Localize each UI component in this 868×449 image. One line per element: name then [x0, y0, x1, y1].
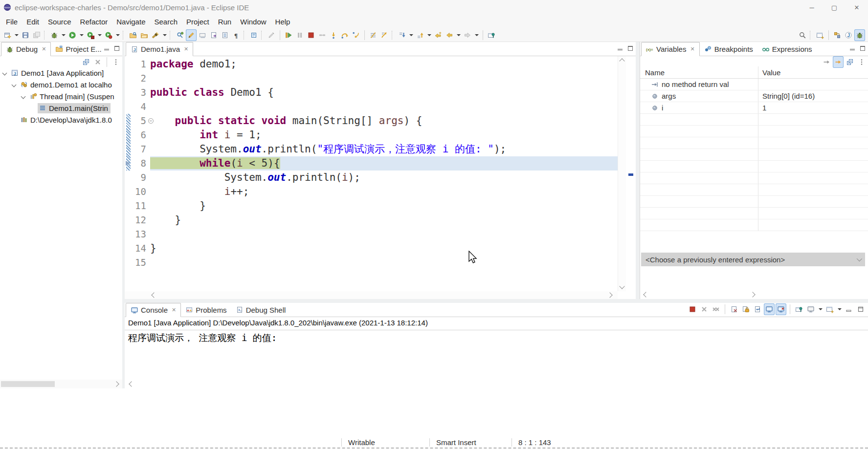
tab-project-e[interactable]: Project E...	[51, 42, 106, 56]
terminate-red-button[interactable]	[687, 303, 698, 315]
editor-hscrollbar[interactable]	[125, 291, 618, 299]
save-button[interactable]	[20, 29, 31, 41]
code-line-11[interactable]: }	[150, 199, 618, 213]
maximize-view-icon[interactable]	[860, 46, 865, 51]
min-view-button[interactable]	[844, 303, 854, 315]
code-line-4[interactable]	[150, 100, 618, 114]
dropdown-caret-icon[interactable]	[114, 29, 121, 41]
scroll-lock-button[interactable]	[740, 303, 751, 315]
editor-code-area[interactable]: package demo1; public class Demo1 { publ…	[150, 57, 618, 270]
run-tool-button[interactable]	[103, 29, 114, 41]
save-all-button[interactable]	[31, 29, 42, 41]
close-tab-icon[interactable]: ✕	[184, 46, 188, 52]
dropdown-caret-icon[interactable]	[408, 29, 414, 41]
dropdown-caret-icon[interactable]	[473, 29, 480, 41]
scroll-right-icon[interactable]	[750, 292, 755, 297]
code-line-5[interactable]: public static void main(String[] args) {	[150, 114, 618, 128]
close-tab-icon[interactable]: ✕	[690, 46, 694, 52]
show-type-names-button[interactable]	[821, 56, 832, 68]
column-header-value[interactable]: Value	[758, 68, 868, 77]
variable-row[interactable]: i1	[640, 102, 868, 114]
scroll-up-icon[interactable]	[619, 58, 624, 64]
xx-gray-button[interactable]	[711, 303, 721, 315]
bug-button[interactable]	[49, 29, 60, 41]
code-line-8[interactable]: while(i < 5){	[150, 156, 618, 171]
scroll-right-icon[interactable]	[607, 292, 612, 298]
menu-window[interactable]: Window	[236, 16, 270, 28]
x-gray-button[interactable]	[699, 303, 710, 315]
tree-item-content[interactable]: D:\Develop\Java\jdk1.8.0	[19, 115, 114, 125]
max-view-button[interactable]	[855, 303, 866, 315]
debug-view-hscrollbar[interactable]	[0, 380, 122, 388]
prev-annotation-button[interactable]	[415, 29, 425, 41]
console-output[interactable]: 程序调试演示， 注意观察 i 的值:	[128, 332, 868, 344]
code-line-10[interactable]: i++;	[150, 185, 618, 199]
breadcrumb-button[interactable]	[197, 29, 208, 41]
maximize-view-icon[interactable]	[114, 46, 119, 51]
tree-item-content[interactable]: Thread [main] (Suspen	[28, 91, 117, 102]
tree-item[interactable]: D:\Develop\Java\jdk1.8.0	[0, 114, 122, 126]
collapse-all-button[interactable]	[845, 56, 855, 68]
minimize-view-icon[interactable]	[850, 46, 855, 50]
remove-terminated-button[interactable]	[92, 56, 103, 68]
tree-item[interactable]: demo1.Demo1 at localho	[0, 79, 122, 90]
dropdown-caret-icon[interactable]	[426, 29, 432, 41]
tab-debug[interactable]: Debug✕	[1, 42, 51, 56]
menu-run[interactable]: Run	[214, 16, 236, 28]
search-button[interactable]	[797, 29, 808, 41]
dropdown-caret-icon[interactable]	[13, 29, 20, 41]
javaee-persp-button[interactable]	[832, 29, 843, 41]
stderr-monitor-button[interactable]	[776, 303, 786, 315]
tab-console[interactable]: Console✕	[126, 303, 181, 317]
console-hscrollbar[interactable]	[125, 380, 868, 388]
back-button[interactable]	[444, 29, 455, 41]
open-perspective-button[interactable]	[815, 29, 825, 41]
editor-annotation-ruler[interactable]	[125, 56, 132, 291]
editor-vscrollbar[interactable]	[618, 56, 626, 291]
tab-problems[interactable]: Problems	[181, 303, 231, 317]
run-button[interactable]	[67, 29, 78, 41]
forward-button[interactable]	[462, 29, 473, 41]
step-into-button[interactable]	[328, 29, 339, 41]
tree-item-content[interactable]: demo1.Demo1 at localho	[19, 80, 114, 90]
maximize-button[interactable]: ▢	[823, 0, 846, 15]
open-console-button[interactable]	[824, 303, 835, 315]
dropdown-caret-icon[interactable]	[60, 29, 67, 41]
expression-combo[interactable]: <Choose a previously entered expression>	[641, 253, 865, 266]
menu-source[interactable]: Source	[44, 16, 76, 28]
last-edit-location-button[interactable]	[433, 29, 444, 41]
expander-icon[interactable]	[21, 94, 26, 99]
menu-refactor[interactable]: Refactor	[76, 16, 112, 28]
mark-occurrences-button[interactable]	[186, 29, 197, 41]
menu-edit[interactable]: Edit	[22, 16, 44, 28]
minimize-view-icon[interactable]	[104, 46, 109, 50]
display-console-button[interactable]	[805, 303, 816, 315]
step-over-button[interactable]	[339, 29, 350, 41]
expander-icon[interactable]	[12, 82, 17, 87]
column-header-name[interactable]: Name	[640, 66, 758, 78]
collapse-all-button[interactable]	[81, 56, 91, 68]
dropdown-caret-icon[interactable]	[161, 29, 168, 41]
code-line-13[interactable]	[150, 227, 618, 241]
tab-breakpoints[interactable]: Breakpoints	[700, 42, 757, 56]
scroll-right-icon[interactable]	[113, 381, 119, 386]
menu-help[interactable]: Help	[271, 16, 295, 28]
flashlight-button[interactable]	[150, 29, 161, 41]
disconnect-button[interactable]	[317, 29, 328, 41]
pin-console-button[interactable]	[794, 303, 804, 315]
dropdown-caret-icon[interactable]	[96, 29, 103, 41]
debug-persp-button[interactable]	[854, 29, 865, 41]
open-folder-button[interactable]	[139, 29, 150, 41]
menu-project[interactable]: Project	[182, 16, 214, 28]
show-list-button[interactable]	[220, 29, 230, 41]
tab-expressions[interactable]: Expressions	[757, 42, 817, 56]
resume-button[interactable]	[283, 29, 294, 41]
link-editor-button[interactable]	[266, 29, 277, 41]
next-annotation-button[interactable]	[397, 29, 407, 41]
skip-breakpoints-button[interactable]	[368, 29, 378, 41]
step-return-button[interactable]	[351, 29, 361, 41]
dropdown-caret-icon[interactable]	[78, 29, 85, 41]
snippet-button[interactable]	[208, 29, 219, 41]
code-line-7[interactable]: System.out.println("程序调试演示，注意观察 i 的值: ")…	[150, 142, 618, 156]
clear-console-button[interactable]	[729, 303, 739, 315]
